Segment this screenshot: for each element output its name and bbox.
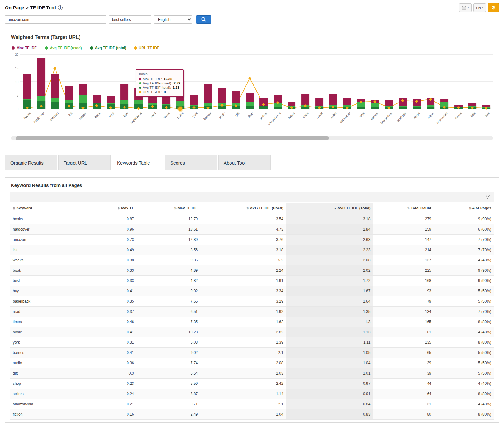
keyword-cell: amazoncom [10, 399, 80, 409]
table-row[interactable]: list0.498.563.182.232147 (70%) [10, 245, 494, 255]
legend-item[interactable]: Max TF-IDF [12, 46, 37, 50]
table-row[interactable]: sellers0.243.871.140.91648 (80%) [10, 389, 494, 399]
tab-about-tool[interactable]: About Tool [218, 155, 271, 170]
value-cell: 2.03 [200, 368, 286, 379]
value-cell: 4 (40%) [434, 327, 494, 337]
value-cell: 61 [373, 327, 434, 337]
table-row[interactable]: read0.376.511.921.351347 (70%) [10, 307, 494, 317]
language-select[interactable]: English [154, 15, 192, 24]
table-row[interactable]: buy0.419.023.341.67935 (50%) [10, 286, 494, 296]
table-row[interactable]: audio0.367.742.081.04395 (50%) [10, 358, 494, 368]
url-tfidf-line [20, 55, 493, 109]
table-row[interactable]: books0.8712.793.543.182799 (90%) [10, 214, 494, 224]
keyword-cell: york [10, 337, 80, 348]
language-dropdown-button[interactable]: EN ▾ [473, 3, 486, 12]
tab-scores[interactable]: Scores [165, 155, 217, 170]
value-cell: 5 (50%) [434, 358, 494, 368]
total-tfidf-bar[interactable] [413, 107, 421, 109]
table-toolbar [10, 192, 494, 202]
table-row[interactable]: hardcover0.9618.614.732.841596 (60%) [10, 224, 494, 235]
table-row[interactable]: amazoncom0.215.12.10.84314 (40%) [10, 399, 494, 409]
value-cell: 7 (70%) [434, 307, 494, 317]
target-url-input[interactable] [5, 15, 106, 24]
table-row[interactable]: best0.334.821.911.721689 (90%) [10, 276, 494, 286]
col-header-avg-tfidf-used[interactable]: ⇅AVG TF-IDF (Used) [200, 203, 286, 214]
value-cell: 0.49 [80, 245, 136, 255]
tooltip-series-dot [139, 87, 141, 89]
value-cell: 8 (80%) [434, 409, 494, 420]
table-row[interactable]: amazon0.7312.893.762.631477 (70%) [10, 235, 494, 245]
value-cell: 137 [373, 255, 434, 265]
legend-label: Avg TF-IDF (used) [50, 46, 82, 50]
value-cell: 12.89 [137, 235, 201, 245]
total-tfidf-bar[interactable] [246, 106, 254, 109]
filter-icon[interactable] [485, 195, 490, 199]
total-tfidf-bar[interactable] [51, 102, 59, 109]
tab-target-url[interactable]: Target URL [58, 155, 111, 170]
col-header-avg-tfidf-total[interactable]: ▼AVG TF-IDF (Total) [286, 203, 373, 214]
legend-marker-icon [45, 46, 48, 50]
value-cell: 9 (90%) [434, 276, 494, 286]
table-row[interactable]: barnes0.419.022.11.05655 (50%) [10, 348, 494, 358]
package-dropdown-button[interactable]: ▾ [459, 3, 472, 12]
total-tfidf-bar[interactable] [371, 107, 379, 109]
sort-icon: ⇅ [246, 207, 249, 210]
value-cell: 3.18 [200, 245, 286, 255]
y-axis: 05101520 [11, 55, 20, 109]
table-row[interactable]: fiction0.162.491.040.83808 (80%) [10, 409, 494, 420]
x-tick-label: amazon [49, 112, 59, 122]
value-cell: 4.73 [200, 224, 286, 235]
table-row[interactable]: york0.315.031.391.111358 (80%) [10, 337, 494, 348]
value-cell: 0.21 [80, 399, 136, 409]
value-cell: 1.11 [286, 337, 373, 348]
table-row[interactable]: paperback0.357.663.291.64795 (50%) [10, 296, 494, 307]
tab-organic-results[interactable]: Organic Results [5, 155, 57, 170]
x-tick-label: prime [427, 112, 434, 119]
settings-button[interactable]: ⚙ [488, 3, 499, 12]
x-tick-label: series [454, 112, 463, 120]
col-header-keyword[interactable]: ⇅Keyword [10, 203, 80, 214]
breadcrumb: On-Page > TF-IDF Tool i [5, 5, 63, 10]
url-point-marker[interactable] [178, 107, 182, 111]
total-tfidf-bar[interactable] [274, 107, 282, 109]
x-tick-label: gift [235, 112, 240, 117]
keyword-cell: noble [10, 327, 80, 337]
legend-item[interactable]: URL TF-IDF [134, 46, 159, 50]
value-cell: 5.1 [137, 399, 201, 409]
value-cell: 1.91 [200, 276, 286, 286]
x-tick-label: audio [218, 112, 226, 119]
total-tfidf-bar[interactable] [399, 107, 407, 109]
tab-keywords-table[interactable]: Keywords Table [112, 155, 164, 170]
col-header-max-tfidf[interactable]: ⇅Max TF-IDF [137, 203, 201, 214]
table-row[interactable]: noble0.4110.282.821.13614 (40%) [10, 327, 494, 337]
table-row[interactable]: shop0.235.592.420.97444 (40%) [10, 379, 494, 389]
keyword-cell: paperback [10, 296, 80, 307]
x-tick-label: september [436, 112, 448, 124]
chart-scrollbar-track[interactable] [11, 136, 493, 140]
value-cell: 5 (50%) [434, 296, 494, 307]
breadcrumb-section: On-Page [5, 5, 24, 10]
table-row[interactable]: gift0.36.542.031.01395 (50%) [10, 368, 494, 379]
table-row[interactable]: times0.467.351.621.31658 (80%) [10, 317, 494, 327]
info-icon[interactable]: i [58, 5, 63, 10]
value-cell: 0.41 [80, 348, 136, 358]
table-row[interactable]: weeks0.389.365.22.081374 (40%) [10, 255, 494, 265]
keyword-cell: read [10, 307, 80, 317]
col-header-num-pages[interactable]: ⇅# of Pages [434, 203, 494, 214]
col-header-max-tf[interactable]: ⇅Max TF [80, 203, 136, 214]
x-tick-label: digital [413, 112, 421, 120]
chart-scrollbar-thumb[interactable] [16, 136, 329, 140]
table-row[interactable]: book0.334.892.242.022259 (90%) [10, 265, 494, 276]
search-row: English [5, 15, 499, 24]
value-cell: 7 (70%) [434, 245, 494, 255]
total-tfidf-bar[interactable] [259, 106, 268, 109]
total-tfidf-bar[interactable] [357, 107, 365, 109]
total-tfidf-bar[interactable] [427, 107, 435, 109]
search-button[interactable] [196, 15, 211, 24]
legend-item[interactable]: Avg TF-IDF (total) [90, 46, 126, 50]
col-header-total-count[interactable]: ⇅Total Count [373, 203, 434, 214]
value-cell: 5.03 [137, 337, 201, 348]
legend-item[interactable]: Avg TF-IDF (used) [45, 46, 82, 50]
x-tick-label: novel [316, 112, 323, 119]
keyword-input[interactable] [109, 15, 151, 24]
